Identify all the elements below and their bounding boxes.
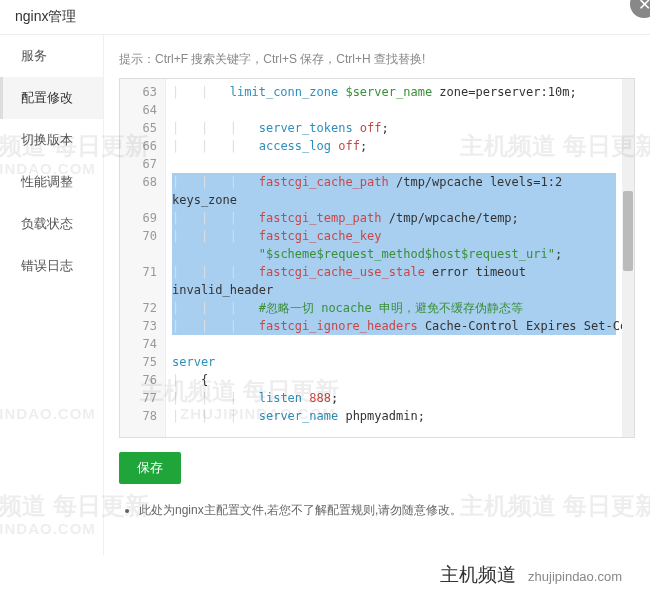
sidebar-item[interactable]: 负载状态 xyxy=(0,203,103,245)
footer-brand: 主机频道 zhujipindao.com xyxy=(440,562,622,588)
code-line[interactable]: | | | #忽略一切 nocache 申明，避免不缓存伪静态等 xyxy=(172,299,616,317)
line-number: 66 xyxy=(120,137,157,155)
footer-brand-en: zhujipindao.com xyxy=(528,569,622,584)
editor-hint: 提示：Ctrl+F 搜索关键字，Ctrl+S 保存，Ctrl+H 查找替换! xyxy=(119,47,635,78)
line-number: 63 xyxy=(120,83,157,101)
sidebar: 服务配置修改切换版本性能调整负载状态错误日志 xyxy=(0,35,104,555)
modal-title: nginx管理 xyxy=(15,8,76,26)
footer-brand-zh: 主机频道 xyxy=(440,564,516,585)
scrollbar-thumb[interactable] xyxy=(623,191,633,271)
sidebar-item[interactable]: 服务 xyxy=(0,35,103,77)
content-pane: 提示：Ctrl+F 搜索关键字，Ctrl+S 保存，Ctrl+H 查找替换! 6… xyxy=(104,35,650,555)
line-number: 70 xyxy=(120,227,157,263)
code-line[interactable]: | | | fastcgi_cache_use_stale error time… xyxy=(172,263,616,299)
code-line[interactable]: | | | server_name phpmyadmin; xyxy=(172,407,616,425)
code-line[interactable]: | | | listen 888; xyxy=(172,389,616,407)
code-line[interactable]: | | limit_conn_zone $server_name zone=pe… xyxy=(172,83,616,101)
code-line[interactable]: | | | fastcgi_ignore_headers Cache-Contr… xyxy=(172,317,616,335)
code-editor[interactable]: 63646566676869707172737475767778 | | lim… xyxy=(119,78,635,438)
nginx-manage-modal: nginx管理 ✕ 服务配置修改切换版本性能调整负载状态错误日志 提示：Ctrl… xyxy=(0,0,650,602)
sidebar-item[interactable]: 错误日志 xyxy=(0,245,103,287)
code-line[interactable] xyxy=(172,101,616,119)
line-number: 78 xyxy=(120,407,157,425)
sidebar-item[interactable]: 切换版本 xyxy=(0,119,103,161)
line-number: 71 xyxy=(120,263,157,299)
code-line[interactable]: server xyxy=(172,353,616,371)
line-number: 75 xyxy=(120,353,157,371)
code-line[interactable]: | | | access_log off; xyxy=(172,137,616,155)
code-line[interactable]: | | | fastcgi_cache_path /tmp/wpcache le… xyxy=(172,173,616,209)
code-line[interactable] xyxy=(172,335,616,353)
code-line[interactable] xyxy=(172,155,616,173)
config-note: 此处为nginx主配置文件,若您不了解配置规则,请勿随意修改。 xyxy=(139,502,635,519)
line-number: 67 xyxy=(120,155,157,173)
code-line[interactable]: | | | fastcgi_cache_key "$scheme$request… xyxy=(172,227,616,263)
modal-body: 服务配置修改切换版本性能调整负载状态错误日志 提示：Ctrl+F 搜索关键字，C… xyxy=(0,35,650,555)
line-number: 72 xyxy=(120,299,157,317)
line-number: 77 xyxy=(120,389,157,407)
line-number: 64 xyxy=(120,101,157,119)
line-number: 74 xyxy=(120,335,157,353)
line-number: 73 xyxy=(120,317,157,335)
line-number: 69 xyxy=(120,209,157,227)
sidebar-item[interactable]: 配置修改 xyxy=(0,77,103,119)
save-button[interactable]: 保存 xyxy=(119,452,181,484)
line-number: 68 xyxy=(120,173,157,209)
vertical-scrollbar[interactable] xyxy=(622,79,634,437)
line-number: 65 xyxy=(120,119,157,137)
line-number: 76 xyxy=(120,371,157,389)
code-line[interactable]: | | | server_tokens off; xyxy=(172,119,616,137)
modal-header: nginx管理 xyxy=(0,0,650,35)
code-line[interactable]: | { xyxy=(172,371,616,389)
code-line[interactable]: | | | fastcgi_temp_path /tmp/wpcache/tem… xyxy=(172,209,616,227)
line-gutter: 63646566676869707172737475767778 xyxy=(120,79,166,437)
config-note-list: 此处为nginx主配置文件,若您不了解配置规则,请勿随意修改。 xyxy=(119,502,635,519)
code-area[interactable]: | | limit_conn_zone $server_name zone=pe… xyxy=(166,79,622,437)
sidebar-item[interactable]: 性能调整 xyxy=(0,161,103,203)
